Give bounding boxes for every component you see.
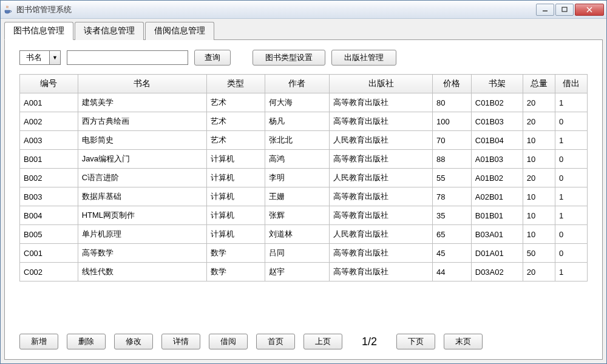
search-input[interactable]: [67, 50, 188, 65]
page-indicator: 1/2: [362, 335, 377, 348]
table-row[interactable]: C002线性代数数学赵宇高等教育出版社44D03A02201: [20, 263, 588, 281]
table-row[interactable]: B004HTML网页制作计算机张辉高等教育出版社35B01B01101: [20, 206, 588, 225]
bottom-toolbar: 新增 删除 修改 详情 借阅 首页 上页 1/2 下页 末页: [19, 334, 588, 349]
table-row[interactable]: A001建筑美学艺术何大海高等教育出版社80C01B02201: [20, 93, 588, 112]
close-button[interactable]: [575, 4, 604, 16]
table-cell: 1: [555, 93, 587, 112]
table-cell: 高鸿: [265, 150, 329, 169]
book-type-settings-button[interactable]: 图书类型设置: [253, 50, 325, 66]
next-page-button[interactable]: 下页: [396, 334, 435, 349]
table-cell: 10: [523, 225, 555, 244]
table-cell: 人民教育出版社: [330, 225, 433, 244]
tab-reader-info[interactable]: 读者信息管理: [75, 22, 144, 40]
table-cell: 高等教育出版社: [330, 244, 433, 263]
add-button[interactable]: 新增: [19, 334, 58, 349]
table-cell: 0: [555, 150, 587, 169]
column-header[interactable]: 书架: [471, 75, 523, 93]
detail-button[interactable]: 详情: [161, 334, 200, 349]
last-page-button[interactable]: 末页: [444, 334, 483, 349]
table-cell: 0: [555, 169, 587, 187]
table-cell: 张北北: [265, 131, 329, 150]
maximize-button[interactable]: [555, 4, 574, 16]
table-row[interactable]: B003数据库基础计算机王姗高等教育出版社78A02B01101: [20, 187, 588, 206]
table-cell: 高等教育出版社: [330, 93, 433, 112]
table-cell: B01B01: [471, 206, 523, 225]
table-cell: 高等教育出版社: [330, 206, 433, 225]
table-cell: 赵宇: [265, 263, 329, 281]
table-cell: 数据库基础: [78, 187, 207, 206]
java-cup-icon: [3, 5, 13, 15]
table-cell: 数学: [207, 244, 265, 263]
table-cell: 计算机: [207, 187, 265, 206]
tab-bar: 图书信息管理 读者信息管理 借阅信息管理: [4, 21, 603, 40]
table-cell: 艺术: [207, 93, 265, 112]
book-table: 编号书名类型作者出版社价格书架总量借出 A001建筑美学艺术何大海高等教育出版社…: [19, 74, 588, 281]
table-row[interactable]: B001Java编程入门计算机高鸿高等教育出版社88A01B03100: [20, 150, 588, 169]
tab-borrow-info[interactable]: 借阅信息管理: [145, 22, 214, 40]
table-cell: 20: [523, 93, 555, 112]
column-header[interactable]: 类型: [207, 75, 265, 93]
column-header[interactable]: 出版社: [330, 75, 433, 93]
table-cell: A01B03: [471, 150, 523, 169]
table-cell: 高等数学: [78, 244, 207, 263]
table-cell: C01B03: [471, 112, 523, 131]
column-header[interactable]: 价格: [433, 75, 472, 93]
delete-button[interactable]: 删除: [67, 334, 106, 349]
column-header[interactable]: 编号: [20, 75, 78, 93]
table-cell: A01B02: [471, 169, 523, 187]
table-cell: 50: [523, 244, 555, 263]
table-cell: 1: [555, 263, 587, 281]
table-cell: 20: [523, 112, 555, 131]
table-cell: 78: [433, 187, 472, 206]
table-header-row: 编号书名类型作者出版社价格书架总量借出: [20, 75, 588, 93]
table-cell: 线性代数: [78, 263, 207, 281]
publisher-management-button[interactable]: 出版社管理: [331, 50, 396, 66]
content-area: 图书信息管理 读者信息管理 借阅信息管理 书名 ▼ 查询 图书类型设置 出版社管…: [1, 19, 606, 363]
table-row[interactable]: B005单片机原理计算机刘道林人民教育出版社65B03A01100: [20, 225, 588, 244]
edit-button[interactable]: 修改: [114, 334, 153, 349]
tab-book-info[interactable]: 图书信息管理: [4, 22, 73, 40]
table-cell: 杨凡: [265, 112, 329, 131]
window-controls: [536, 4, 604, 16]
app-window: 图书馆管理系统 图书信息管理 读者信息管理 借阅信息管理 书名 ▼: [0, 0, 607, 364]
table-cell: B001: [20, 150, 78, 169]
tab-panel-book-info: 书名 ▼ 查询 图书类型设置 出版社管理 编号书名类型作者出版社价格书架总量借出…: [4, 40, 603, 360]
column-header[interactable]: 书名: [78, 75, 207, 93]
table-cell: 西方古典绘画: [78, 112, 207, 131]
table-row[interactable]: C001高等数学数学吕同高等教育出版社45D01A01500: [20, 244, 588, 263]
table-cell: B003: [20, 187, 78, 206]
table-row[interactable]: A002西方古典绘画艺术杨凡高等教育出版社100C01B03200: [20, 112, 588, 131]
book-table-wrap: 编号书名类型作者出版社价格书架总量借出 A001建筑美学艺术何大海高等教育出版社…: [19, 74, 588, 325]
column-header[interactable]: 借出: [555, 75, 587, 93]
table-cell: 10: [523, 206, 555, 225]
prev-page-button[interactable]: 上页: [304, 334, 342, 349]
query-button[interactable]: 查询: [194, 50, 231, 66]
table-row[interactable]: A003电影简史艺术张北北人民教育出版社70C01B04101: [20, 131, 588, 150]
table-cell: 20: [523, 169, 555, 187]
table-cell: 70: [433, 131, 472, 150]
table-cell: 高等教育出版社: [330, 112, 433, 131]
column-header[interactable]: 作者: [265, 75, 329, 93]
table-cell: 45: [433, 244, 472, 263]
table-cell: 高等教育出版社: [330, 187, 433, 206]
minimize-button[interactable]: [536, 4, 554, 16]
table-cell: 艺术: [207, 112, 265, 131]
table-cell: C002: [20, 263, 78, 281]
table-cell: C语言进阶: [78, 169, 207, 187]
borrow-button[interactable]: 借阅: [209, 334, 248, 349]
table-cell: 刘道林: [265, 225, 329, 244]
table-cell: 人民教育出版社: [330, 169, 433, 187]
first-page-button[interactable]: 首页: [256, 334, 295, 349]
table-cell: 88: [433, 150, 472, 169]
table-cell: 0: [555, 112, 587, 131]
search-field-select[interactable]: 书名 ▼: [19, 50, 61, 65]
table-cell: HTML网页制作: [78, 206, 207, 225]
table-cell: 55: [433, 169, 472, 187]
table-cell: 电影简史: [78, 131, 207, 150]
table-cell: 0: [555, 244, 587, 263]
table-row[interactable]: B002C语言进阶计算机李明人民教育出版社55A01B02200: [20, 169, 588, 187]
table-cell: B03A01: [471, 225, 523, 244]
table-cell: 计算机: [207, 169, 265, 187]
table-cell: B005: [20, 225, 78, 244]
column-header[interactable]: 总量: [523, 75, 555, 93]
